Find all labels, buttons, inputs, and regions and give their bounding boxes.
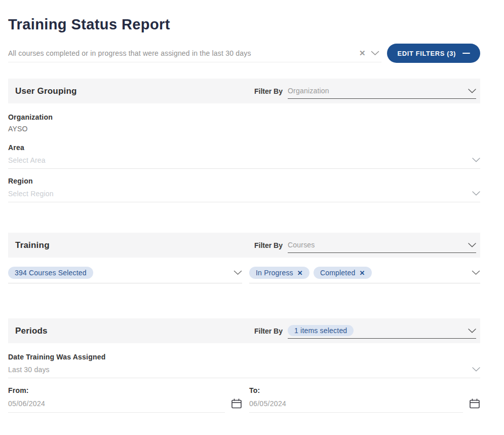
training-filter-dropdown[interactable]: Courses — [288, 238, 476, 253]
remove-chip-icon[interactable]: ✕ — [359, 269, 365, 277]
clear-filter-icon[interactable]: ✕ — [356, 49, 369, 58]
date-assigned-label: Date Training Was Assigned — [8, 353, 480, 361]
from-label: From: — [8, 386, 242, 394]
user-grouping-header: User Grouping Filter By Organization — [8, 79, 480, 103]
region-label: Region — [8, 177, 480, 185]
report-page: Training Status Report All courses compl… — [0, 15, 504, 413]
from-date-value: 05/06/2024 — [8, 400, 45, 408]
periods-title: Periods — [15, 326, 254, 336]
area-label: Area — [8, 143, 480, 152]
organization-value: AYSO — [8, 125, 480, 133]
chevron-down-icon — [468, 89, 476, 93]
status-chip-label: Completed — [320, 269, 356, 277]
chevron-down-icon — [472, 158, 480, 162]
filter-by-label: Filter By — [254, 241, 283, 249]
organization-label: Organization — [8, 113, 480, 121]
status-chip-in-progress: In Progress ✕ — [249, 267, 309, 279]
area-select[interactable]: Select Area — [8, 152, 480, 169]
status-chip-label: In Progress — [256, 269, 293, 277]
region-select[interactable]: Select Region — [8, 185, 480, 202]
courses-selected-dropdown[interactable]: 394 Courses Selected — [8, 267, 242, 283]
status-dropdown[interactable]: In Progress ✕ Completed ✕ — [249, 267, 480, 283]
user-grouping-title: User Grouping — [15, 86, 254, 96]
filter-by-label: Filter By — [254, 87, 283, 95]
from-date-input[interactable]: 05/06/2024 — [8, 394, 225, 413]
chevron-down-icon[interactable] — [369, 51, 381, 56]
user-grouping-filter-dropdown[interactable]: Organization — [288, 84, 476, 99]
courses-selected-chip: 394 Courses Selected — [8, 267, 93, 279]
periods-header: Periods Filter By 1 items selected — [8, 318, 480, 343]
calendar-icon[interactable] — [231, 398, 242, 409]
periods-selected-chip-label: 1 items selected — [294, 327, 347, 335]
filter-dropdown-placeholder: Organization — [288, 87, 468, 95]
filter-by-label: Filter By — [254, 327, 283, 335]
edit-filters-label: EDIT FILTERS (3) — [397, 50, 456, 57]
status-chip-completed: Completed ✕ — [314, 267, 372, 279]
date-assigned-select[interactable]: Last 30 days — [8, 361, 480, 378]
periods-selected-chip: 1 items selected — [288, 325, 354, 336]
to-date-value: 06/05/2024 — [249, 400, 286, 408]
date-range-row: From: 05/06/2024 To: 06/ — [8, 386, 480, 413]
edit-filters-button[interactable]: EDIT FILTERS (3) — [387, 44, 480, 63]
minus-icon — [462, 53, 470, 54]
chevron-down-icon — [472, 367, 480, 372]
chevron-down-icon — [468, 329, 476, 333]
chevron-down-icon — [468, 243, 476, 247]
area-select-placeholder: Select Area — [8, 156, 472, 164]
to-date-input[interactable]: 06/05/2024 — [249, 394, 463, 413]
date-assigned-value: Last 30 days — [8, 366, 472, 374]
from-date-field: From: 05/06/2024 — [8, 386, 242, 413]
courses-selected-chip-label: 394 Courses Selected — [15, 269, 87, 277]
calendar-icon[interactable] — [469, 398, 480, 409]
periods-filter-dropdown[interactable]: 1 items selected — [288, 323, 476, 339]
filter-summary-text: All courses completed or in progress tha… — [8, 49, 356, 57]
chevron-down-icon[interactable] — [472, 270, 480, 275]
page-title: Training Status Report — [8, 15, 480, 33]
filter-summary-field[interactable]: All courses completed or in progress tha… — [8, 44, 381, 62]
chevron-down-icon[interactable] — [234, 270, 242, 275]
to-date-field: To: 06/05/2024 — [249, 386, 480, 413]
training-selections-row: 394 Courses Selected In Progress ✕ Compl… — [8, 267, 480, 283]
remove-chip-icon[interactable]: ✕ — [297, 269, 303, 277]
training-header: Training Filter By Courses — [8, 233, 480, 258]
training-title: Training — [15, 240, 254, 250]
region-select-placeholder: Select Region — [8, 190, 472, 198]
filter-summary-row: All courses completed or in progress tha… — [8, 44, 480, 63]
chevron-down-icon — [472, 191, 480, 196]
filter-dropdown-placeholder: Courses — [288, 241, 468, 249]
to-label: To: — [249, 386, 480, 394]
